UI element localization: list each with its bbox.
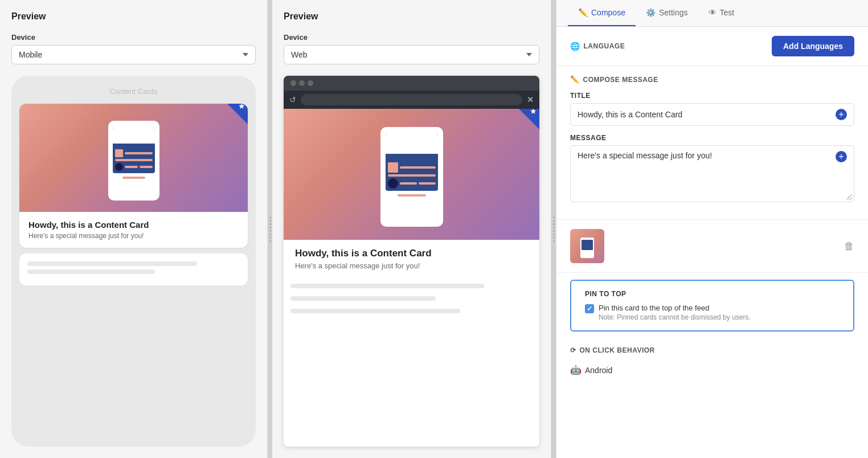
message-field-value: Here's a special message just for you! bbox=[578, 151, 836, 160]
browser-toolbar: ↺ ✕ bbox=[284, 91, 539, 109]
middle-preview-panel: Preview Device Web ↺ ✕ bbox=[272, 0, 551, 458]
pin-note: Note: Pinned cards cannot be dismissed b… bbox=[599, 313, 751, 321]
onclick-header: ⟳ ON CLICK BEHAVIOR bbox=[570, 346, 854, 354]
title-field-value: Howdy, this is a Content Card bbox=[578, 110, 836, 119]
compose-section-header: ✏️ COMPOSE MESSAGE bbox=[570, 75, 854, 84]
phone-illustration bbox=[103, 121, 165, 206]
middle-device-label: Device bbox=[284, 33, 539, 42]
skeleton-line bbox=[27, 261, 197, 266]
pin-star-icon bbox=[227, 104, 248, 124]
left-device-label: Device bbox=[11, 33, 256, 42]
left-panel-title: Preview bbox=[11, 11, 256, 22]
message-field-label: MESSAGE bbox=[570, 134, 854, 142]
mobile-frame: Content Cards bbox=[11, 76, 256, 447]
tab-test[interactable]: 👁 Test bbox=[698, 0, 745, 26]
divider-dots bbox=[269, 216, 271, 242]
browser-dots bbox=[290, 80, 313, 86]
title-field-input[interactable]: Howdy, this is a Content Card + bbox=[570, 103, 854, 126]
middle-device-value: Web bbox=[291, 50, 308, 59]
compose-icon: ✏️ bbox=[578, 8, 588, 17]
web-card-subtitle: Here's a special message just for you! bbox=[295, 261, 528, 270]
web-card: Howdy, this is a Content Card Here's a s… bbox=[284, 109, 539, 278]
edit-icon: ✏️ bbox=[570, 75, 580, 84]
browser-frame: ↺ ✕ bbox=[284, 76, 539, 447]
refresh-icon: ↺ bbox=[289, 95, 296, 104]
compose-section: ✏️ COMPOSE MESSAGE TITLE Howdy, this is … bbox=[556, 66, 868, 220]
android-label: Android bbox=[585, 366, 612, 375]
chevron-down-icon bbox=[526, 53, 532, 56]
checkmark-icon: ✓ bbox=[587, 305, 592, 313]
message-add-button[interactable]: + bbox=[836, 151, 847, 162]
right-divider[interactable] bbox=[551, 0, 556, 458]
language-label: 🌐 LANGUAGE bbox=[570, 42, 625, 51]
right-panel: ✏️ Compose ⚙️ Settings 👁 Test 🌐 LANGUAGE… bbox=[556, 0, 868, 458]
pin-checkbox-row: ✓ Pin this card to the top of the feed N… bbox=[585, 304, 840, 321]
message-field-block: MESSAGE Here's a special message just fo… bbox=[570, 134, 854, 202]
divider-dots bbox=[553, 216, 555, 242]
middle-device-select[interactable]: Web bbox=[284, 45, 539, 64]
image-thumbnail bbox=[570, 229, 604, 263]
mobile-card-image bbox=[19, 104, 248, 212]
right-panel-body: 🌐 LANGUAGE Add Languages ✏️ COMPOSE MESS… bbox=[556, 27, 868, 458]
browser-dot bbox=[290, 80, 296, 86]
title-field-label: TITLE bbox=[570, 92, 854, 100]
left-device-value: Mobile bbox=[19, 50, 42, 59]
language-section: 🌐 LANGUAGE Add Languages bbox=[556, 27, 868, 66]
left-device-select[interactable]: Mobile bbox=[11, 45, 256, 64]
message-field-textarea[interactable]: Here's a special message just for you! + bbox=[570, 145, 854, 202]
settings-icon: ⚙️ bbox=[646, 8, 656, 17]
mobile-card-subtitle: Here's a special message just for you! bbox=[28, 232, 239, 240]
web-card-image bbox=[284, 109, 539, 240]
android-row: 🤖 Android bbox=[570, 360, 854, 380]
right-tabs: ✏️ Compose ⚙️ Settings 👁 Test bbox=[556, 0, 868, 27]
resize-handle[interactable] bbox=[846, 194, 852, 200]
left-preview-panel: Preview Device Mobile Content Cards bbox=[0, 0, 268, 458]
title-add-button[interactable]: + bbox=[836, 109, 847, 120]
mobile-card: Howdy, this is a Content Card Here's a s… bbox=[19, 104, 248, 248]
eye-icon: 👁 bbox=[709, 8, 716, 17]
title-field-block: TITLE Howdy, this is a Content Card + bbox=[570, 92, 854, 126]
mobile-card-text: Howdy, this is a Content Card Here's a s… bbox=[19, 212, 248, 248]
skeleton-line bbox=[290, 284, 484, 288]
image-section: 🗑 bbox=[556, 220, 868, 273]
mobile-card-title: Howdy, this is a Content Card bbox=[28, 220, 239, 230]
browser-dot bbox=[299, 80, 305, 86]
skeleton-line bbox=[290, 309, 460, 313]
pin-section: PIN TO TOP ✓ Pin this card to the top of… bbox=[570, 280, 854, 332]
pin-title: PIN TO TOP bbox=[585, 290, 840, 298]
middle-panel-title: Preview bbox=[284, 11, 539, 22]
tab-compose[interactable]: ✏️ Compose bbox=[568, 0, 636, 26]
left-divider[interactable] bbox=[268, 0, 272, 458]
web-card-text: Howdy, this is a Content Card Here's a s… bbox=[284, 240, 539, 278]
web-skeleton-area bbox=[284, 278, 539, 447]
pin-star-icon bbox=[519, 109, 539, 129]
skeleton-line bbox=[27, 269, 155, 274]
close-icon: ✕ bbox=[527, 95, 534, 104]
tab-settings[interactable]: ⚙️ Settings bbox=[636, 0, 698, 26]
skeleton-line bbox=[290, 296, 436, 301]
content-cards-label: Content Cards bbox=[110, 87, 158, 96]
android-icon: 🤖 bbox=[570, 365, 582, 375]
phone-illustration-web bbox=[375, 127, 449, 235]
web-card-title: Howdy, this is a Content Card bbox=[295, 248, 528, 259]
onclick-section: ⟳ ON CLICK BEHAVIOR 🤖 Android bbox=[556, 338, 868, 388]
browser-content: Howdy, this is a Content Card Here's a s… bbox=[284, 109, 539, 447]
delete-image-button[interactable]: 🗑 bbox=[844, 240, 854, 252]
pin-checkbox-label: Pin this card to the top of the feed bbox=[599, 304, 751, 312]
pin-text-block: Pin this card to the top of the feed Not… bbox=[599, 304, 751, 321]
add-languages-button[interactable]: Add Languages bbox=[772, 36, 854, 56]
mobile-skeleton-card bbox=[19, 253, 248, 285]
browser-chrome bbox=[284, 76, 539, 91]
browser-dot bbox=[308, 80, 313, 86]
thumb-illustration bbox=[579, 238, 596, 260]
click-icon: ⟳ bbox=[570, 346, 576, 354]
globe-icon: 🌐 bbox=[570, 42, 580, 51]
chevron-down-icon bbox=[243, 53, 248, 56]
pin-checkbox[interactable]: ✓ bbox=[585, 304, 594, 313]
browser-urlbar[interactable] bbox=[301, 94, 522, 105]
